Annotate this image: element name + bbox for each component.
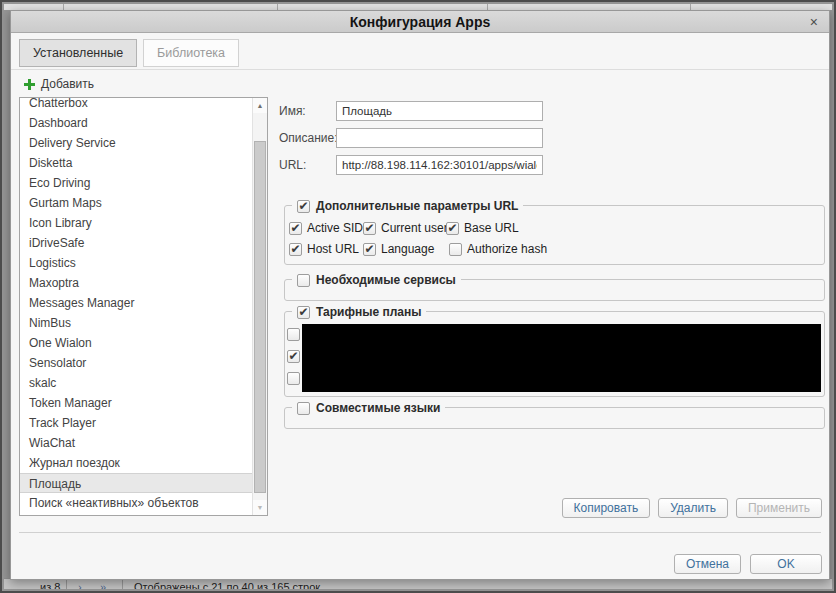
add-button-label: Добавить: [41, 77, 94, 91]
checkbox-billing-plan-3[interactable]: [287, 372, 300, 385]
current-user-label: Current user: [381, 221, 448, 235]
checkbox-required-services[interactable]: [297, 274, 310, 287]
description-field[interactable]: [336, 128, 543, 148]
scroll-up-icon[interactable]: ▲: [253, 98, 267, 113]
app-list-item[interactable]: Token Manager: [20, 393, 252, 413]
url-params-section: ✔ Дополнительные параметры URL ✔ Active …: [284, 205, 825, 265]
close-icon[interactable]: ×: [810, 11, 818, 33]
app-list-item[interactable]: Messages Manager: [20, 293, 252, 313]
authorize-hash-label: Authorize hash: [467, 242, 547, 256]
url-field[interactable]: [336, 155, 543, 175]
app-list-item[interactable]: iDriveSafe: [20, 233, 252, 253]
tab-installed[interactable]: Установленные: [19, 39, 137, 67]
app-list-item[interactable]: NimBus: [20, 313, 252, 333]
pagination-pages-fragment: из 8: [40, 580, 60, 589]
description-label: Описание:: [279, 131, 338, 145]
compatible-languages-label: Совместимые языки: [316, 401, 440, 415]
apps-configuration-dialog: Конфигурация Apps × Установленные Библио…: [10, 10, 830, 580]
app-list-item[interactable]: Eco Driving: [20, 173, 252, 193]
app-list-item[interactable]: Dashboard: [20, 113, 252, 133]
dialog-titlebar: Конфигурация Apps ×: [11, 11, 829, 33]
app-list-item[interactable]: WiaChat: [20, 433, 252, 453]
checkbox-url-params[interactable]: ✔: [297, 200, 310, 213]
pagination-next-icon: ›: [78, 580, 82, 589]
app-list-item[interactable]: Gurtam Maps: [20, 193, 252, 213]
checkbox-billing-plan-2[interactable]: ✔: [287, 350, 300, 363]
copy-button[interactable]: Копировать: [562, 498, 651, 518]
delete-button[interactable]: Удалить: [658, 498, 728, 518]
app-list-item[interactable]: Logistics: [20, 253, 252, 273]
app-list-item[interactable]: Disketta: [20, 153, 252, 173]
checkbox-authorize-hash[interactable]: [449, 243, 462, 256]
pagination-summary: Отображены с 21 по 40 из 165 строк: [134, 580, 320, 589]
checkbox-billing-plans[interactable]: ✔: [297, 306, 310, 319]
cancel-button[interactable]: Отмена: [674, 554, 741, 574]
app-list-item[interactable]: Icon Library: [20, 213, 252, 233]
url-params-section-label: Дополнительные параметры URL: [316, 199, 518, 213]
apply-button[interactable]: Применить: [736, 498, 822, 518]
app-list-item[interactable]: Поиск «неактивных» объектов: [20, 493, 252, 513]
tab-library[interactable]: Библиотека: [143, 39, 239, 67]
checkbox-base-url[interactable]: ✔: [446, 222, 459, 235]
base-url-label: Base URL: [464, 221, 519, 235]
scrollbar-thumb[interactable]: [254, 141, 266, 493]
scroll-down-icon[interactable]: ▼: [253, 500, 267, 515]
url-label: URL:: [279, 158, 306, 172]
dialog-title: Конфигурация Apps: [11, 11, 829, 33]
app-list-item[interactable]: skalc: [20, 373, 252, 393]
tabs: Установленные Библиотека: [19, 39, 239, 67]
required-services-label: Необходимые сервисы: [316, 273, 456, 287]
active-sid-label: Active SID: [307, 221, 363, 235]
checkbox-current-user[interactable]: ✔: [363, 222, 376, 235]
app-list-item[interactable]: One Wialon: [20, 333, 252, 353]
action-buttons: Копировать Удалить Применить: [562, 498, 822, 518]
language-label: Language: [381, 242, 434, 256]
name-field[interactable]: [336, 101, 543, 121]
required-services-section: Необходимые сервисы: [284, 279, 825, 301]
pagination-last-icon: »: [100, 580, 106, 589]
billing-plans-section: ✔ Тарифные планы ✔: [284, 311, 825, 397]
billing-plans-label: Тарифные планы: [316, 305, 421, 319]
footer-buttons: Отмена OK: [674, 554, 822, 574]
tabs-divider: [11, 69, 829, 70]
add-app-button[interactable]: Добавить: [24, 77, 94, 91]
compatible-languages-section: Совместимые языки: [284, 407, 825, 429]
checkbox-billing-plan-1[interactable]: [287, 328, 300, 341]
list-scrollbar[interactable]: ▲ ▼: [252, 98, 267, 515]
app-list-item[interactable]: Chatterbox: [20, 97, 252, 113]
host-url-label: Host URL: [307, 242, 359, 256]
app-list-item[interactable]: Track Player: [20, 413, 252, 433]
add-icon: [24, 79, 35, 90]
app-list-item[interactable]: Sensolator: [20, 353, 252, 373]
checkbox-active-sid[interactable]: ✔: [289, 222, 302, 235]
app-list-item[interactable]: Delivery Service: [20, 133, 252, 153]
app-list-item[interactable]: Площадь: [20, 473, 252, 493]
screen: из 8 › » Отображены с 21 по 40 из 165 ст…: [0, 0, 836, 593]
app-list: Chatterbox Dashboard Delivery Service Di…: [20, 98, 252, 513]
app-list-item[interactable]: Maxoptra: [20, 273, 252, 293]
ok-button[interactable]: OK: [750, 554, 822, 574]
checkbox-host-url[interactable]: ✔: [289, 243, 302, 256]
checkbox-language[interactable]: ✔: [363, 243, 376, 256]
redacted-plan-names: [302, 324, 821, 392]
name-label: Имя:: [279, 104, 306, 118]
footer-divider: [19, 532, 821, 533]
checkbox-compatible-languages[interactable]: [297, 402, 310, 415]
app-list-box: Chatterbox Dashboard Delivery Service Di…: [19, 97, 268, 516]
app-list-item[interactable]: Журнал поездок: [20, 453, 252, 473]
